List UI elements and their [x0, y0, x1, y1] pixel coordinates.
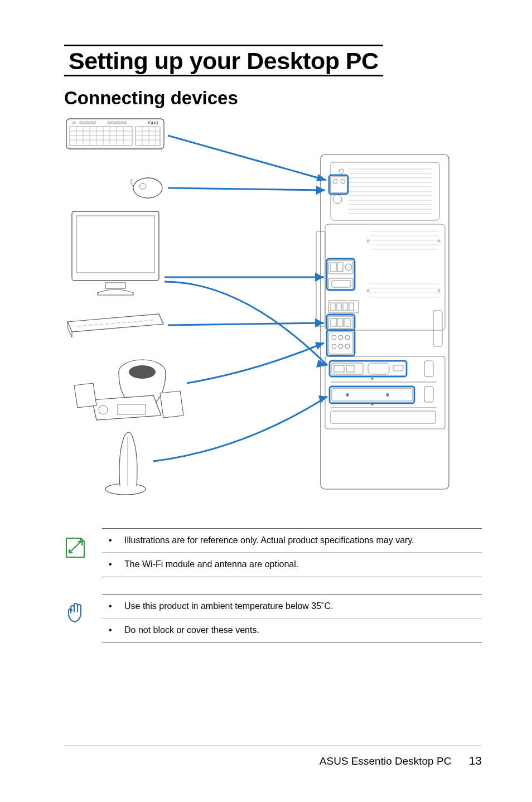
connection-diagram: ✦ ✦	[64, 115, 454, 506]
page-footer: ASUS Essentio Desktop PC 13	[64, 746, 482, 767]
svg-text:/SUS: /SUS	[148, 120, 158, 125]
svg-point-44	[386, 393, 389, 397]
section-title: Connecting devices	[64, 88, 482, 109]
note-block-caution: • Use this product in ambient temperatur…	[64, 594, 482, 643]
pc-tower-back: ✦ ✦	[316, 154, 449, 489]
mouse-icon	[131, 178, 162, 198]
note-icon	[64, 536, 86, 559]
note-text: Use this product in ambient temperature …	[124, 600, 333, 612]
bullet: •	[109, 534, 124, 547]
monitor-icon	[72, 211, 159, 295]
chapter-title: Setting up your Desktop PC	[64, 45, 383, 76]
note-text: Illustrations are for reference only. Ac…	[124, 534, 414, 547]
network-hub-icon	[67, 314, 163, 337]
svg-rect-72	[105, 283, 125, 288]
svg-text:✦: ✦	[370, 401, 375, 408]
footer-product: ASUS Essentio Desktop PC	[320, 755, 452, 767]
keyboard-icon: /SUS	[66, 119, 164, 149]
wifi-antenna-icon	[105, 432, 146, 495]
bullet: •	[109, 558, 124, 571]
svg-point-43	[346, 393, 349, 397]
caution-hand-icon	[64, 602, 86, 625]
svg-point-68	[133, 178, 162, 198]
svg-rect-70	[72, 211, 159, 281]
bullet: •	[109, 624, 124, 636]
note-text: The Wi-Fi module and antenna are optiona…	[124, 558, 298, 571]
svg-point-74	[129, 365, 156, 379]
speakers-icon	[74, 360, 183, 420]
note-block-info: • Illustrations are for reference only. …	[64, 528, 482, 577]
note-text: Do not block or cover these vents.	[124, 624, 259, 636]
bullet: •	[109, 600, 124, 612]
page-number: 13	[469, 754, 482, 767]
